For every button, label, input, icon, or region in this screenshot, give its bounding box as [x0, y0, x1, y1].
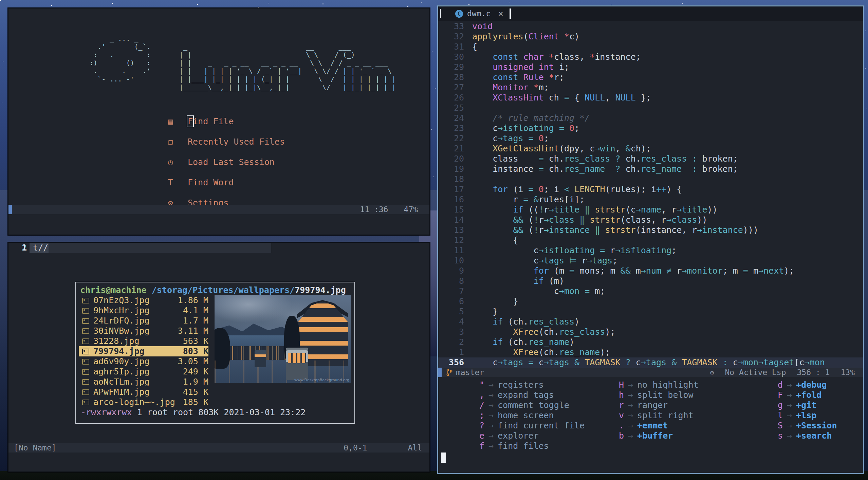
code-line[interactable]: 31 { — [438, 42, 863, 52]
tab-dwm-c[interactable]: C dwm.c × — [455, 8, 503, 19]
line-number: 32 — [438, 32, 472, 42]
dashboard-window[interactable]: _ ... _ .' (_`. _ __ ___ : . : | | \ \ /… — [8, 8, 430, 235]
dashboard-menu-item[interactable]: ❐ Recently Used Files — [168, 137, 285, 157]
lsp-status: No Active Lsp — [725, 368, 786, 377]
whichkey-key: e — [457, 431, 484, 441]
code-line[interactable]: 32 applyrules(Client *c) — [438, 32, 863, 42]
whichkey-binding: f → find files — [457, 441, 585, 451]
code-text: XFree(ch.res_class); — [472, 327, 863, 337]
file-row[interactable]: 24LrDFQ.jpg 1.7 M — [79, 316, 208, 326]
whichkey-column: " → registers , → expand tags / → commen… — [457, 380, 585, 451]
code-line[interactable]: 22 c→tags = 0; — [438, 133, 863, 144]
whichkey-label: no highlight — [637, 380, 699, 390]
whichkey-key: g — [756, 400, 783, 410]
code-line[interactable]: 12 { — [438, 235, 863, 245]
code-area[interactable]: 33 void 32 applyrules(Client *c) 31 { 30… — [438, 21, 863, 368]
code-line[interactable]: 6 } — [438, 296, 863, 307]
code-line[interactable]: 356 c→tags = c→tags & TAGMASK ? c→tags &… — [438, 357, 863, 368]
code-line[interactable]: 16 r = &rules[i]; — [438, 195, 863, 205]
code-line[interactable]: 8 if (m) — [438, 276, 863, 286]
code-line[interactable]: 26 XClassHint ch = { NULL, NULL }; — [438, 93, 863, 103]
file-row[interactable]: 07nEzQ3.jpg 1.86 M — [79, 295, 208, 306]
whichkey-label: find files — [498, 441, 549, 451]
whichkey-key: b — [597, 431, 624, 441]
whichkey-binding: / → comment toggle — [457, 400, 585, 410]
code-line[interactable]: 13 && (!r→instance ‖ strstr(instance, r→… — [438, 225, 863, 235]
file-row[interactable]: 30iNVBw.jpg 3.11 M — [79, 326, 208, 336]
file-row[interactable]: 31228.jpg 563 K — [79, 336, 208, 346]
preview-cablecar — [286, 348, 308, 380]
code-line[interactable]: 3 XFree(ch.res_class); — [438, 327, 863, 337]
line-number: 24 — [438, 113, 472, 123]
code-text: applyrules(Client *c) — [472, 32, 863, 42]
code-text: unsigned int i; — [472, 62, 863, 72]
arrow-icon: → — [484, 441, 498, 451]
code-line[interactable]: 20 class = ch.res_class ? ch.res_class :… — [438, 154, 863, 164]
code-line[interactable]: 33 void — [438, 21, 863, 32]
whichkey-binding: b → +buffer — [597, 431, 699, 441]
whichkey-label: +Session — [796, 421, 837, 431]
code-line[interactable]: 21 XGetClassHint(dpy, c→win, &ch); — [438, 144, 863, 154]
whichkey-label: registers — [498, 380, 543, 390]
file-row[interactable]: aghr5Ip.jpg 249 K — [79, 367, 208, 377]
code-line[interactable]: 25 — [438, 103, 863, 113]
image-file-icon — [82, 359, 89, 365]
code-line[interactable]: 28 const Rule *r; — [438, 72, 863, 82]
file-size: 1.9 M — [183, 377, 208, 387]
code-line[interactable]: 2 if (ch.res_name) — [438, 337, 863, 347]
line-number: 1 — [438, 347, 472, 357]
code-line[interactable]: 17 for (i = 0; i < LENGTH(rules); i++) { — [438, 184, 863, 195]
code-text: && (!r→class ‖ strstr(class, r→class)) — [472, 215, 863, 225]
code-text: class = ch.res_class ? ch.res_class : br… — [472, 154, 863, 164]
file-size: 1.7 M — [183, 316, 208, 326]
code-line[interactable]: 7 c→mon = m; — [438, 286, 863, 296]
code-line[interactable]: 1 XFree(ch.res_name); — [438, 347, 863, 357]
code-line[interactable]: 9 for (m = mons; m && m→num ≠ r→monitor;… — [438, 266, 863, 276]
code-line[interactable]: 24 /* rule matching */ — [438, 113, 863, 123]
code-line[interactable]: 23 c→isfloating = 0; — [438, 123, 863, 133]
code-line[interactable]: 19 instance = ch.res_name ? ch.res_name … — [438, 164, 863, 174]
tab-close-icon[interactable]: × — [498, 8, 503, 19]
line-number: 23 — [438, 123, 472, 133]
editor-window[interactable]: C dwm.c × 33 void 32 applyrules(Client *… — [437, 5, 864, 474]
file-row[interactable]: ad6v90y.jpg 3.05 M — [79, 356, 208, 367]
whichkey-label: home screen — [498, 410, 554, 421]
code-line[interactable]: 18 — [438, 174, 863, 184]
code-text: && (!r→instance ‖ strstr(instance, r→ins… — [472, 225, 863, 235]
code-line[interactable]: 4 if (ch.res_class) — [438, 317, 863, 327]
file-row[interactable]: 9hMxcHr.jpg 4.1 M — [79, 306, 208, 316]
ranger-float-window[interactable]: chris@machine /storag/Pictures/wallpaper… — [75, 282, 355, 424]
dashboard-menu-item[interactable]: ◷ Load Last Session — [168, 157, 285, 178]
code-text: for (i = 0; i < LENGTH(rules); i++) { — [472, 184, 863, 195]
cmdline-row[interactable]: 1 — [8, 243, 429, 253]
file-row[interactable]: aoNcTLm.jpg 1.9 M — [79, 377, 208, 387]
file-row[interactable]: 799794.jpg 803 K — [79, 346, 208, 356]
file-row[interactable]: arco-login—~.jpg 185 K — [79, 397, 208, 407]
terminal-window[interactable]: 2 t///s/P//2/h/c/.l/s/n/s/p/p/s/r/r/s/Pi… — [8, 242, 430, 472]
code-text: const Rule *r; — [472, 72, 863, 82]
line-number: 22 — [438, 133, 472, 144]
code-line[interactable]: 27 Monitor *m; — [438, 82, 863, 93]
code-line[interactable]: 14 && (!r→class ‖ strstr(class, r→class)… — [438, 215, 863, 225]
code-line[interactable]: 5 } — [438, 307, 863, 317]
ranger-path: /storag/Pictures/wallpapers/ — [152, 285, 295, 295]
arrow-icon: → — [783, 410, 796, 421]
git-branch-name: master — [456, 368, 484, 377]
file-size: 803 K — [183, 346, 208, 356]
code-line[interactable]: 30 const char *class, *instance; — [438, 52, 863, 62]
code-line[interactable]: 11 c→isfloating = r→isfloating; — [438, 245, 863, 256]
preview-cablecar-far — [255, 350, 266, 367]
line-number: 3 — [438, 327, 472, 337]
dashboard-menu-item[interactable]: ▤ Find File — [168, 116, 285, 137]
mode-indicator-block — [438, 368, 442, 377]
dashboard-menu-item[interactable]: T Find Word — [168, 178, 285, 198]
code-line[interactable]: 10 c→tags ⊨ r→tags; — [438, 256, 863, 266]
line-number: 29 — [438, 62, 472, 72]
code-line[interactable]: 29 unsigned int i; — [438, 62, 863, 72]
whichkey-label: comment toggle — [498, 400, 569, 410]
file-size: 1.86 M — [178, 295, 208, 306]
whichkey-key: / — [457, 400, 484, 410]
preview-cablecar-windows — [288, 353, 306, 363]
file-row[interactable]: APwFMIM.jpg 415 K — [79, 387, 208, 397]
code-line[interactable]: 15 if ((!r→title ‖ strstr(c→name, r→titl… — [438, 205, 863, 215]
